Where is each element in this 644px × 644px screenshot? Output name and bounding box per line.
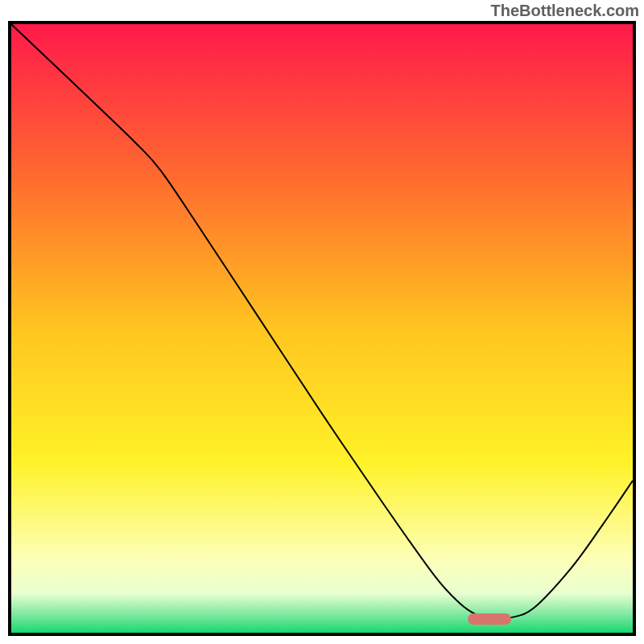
chart-container: TheBottleneck.com [0, 0, 644, 644]
watermark-text: TheBottleneck.com [491, 2, 639, 20]
bottleneck-curve [11, 24, 633, 633]
optimal-range-marker [468, 613, 511, 625]
plot-area [8, 21, 636, 636]
